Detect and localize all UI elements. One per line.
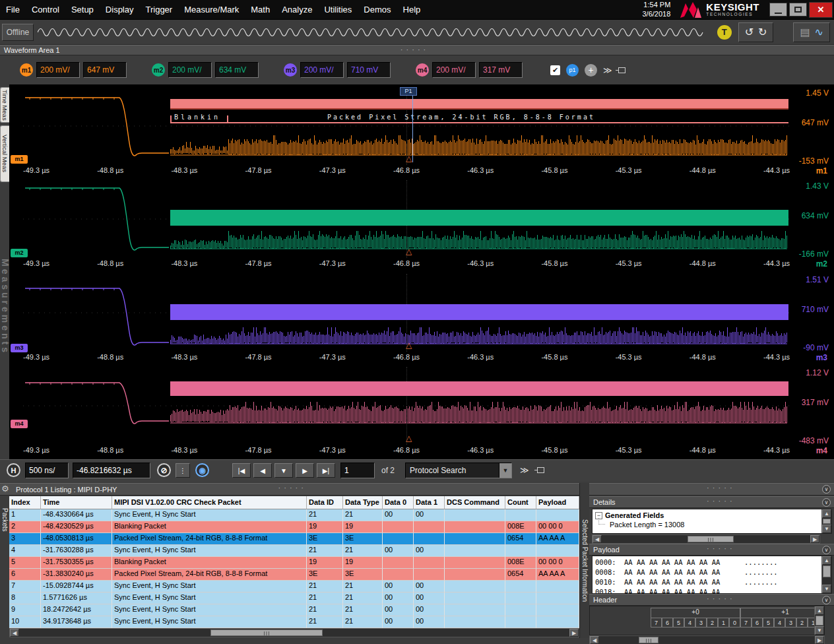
menu-help[interactable]: Help — [397, 5, 427, 15]
drag-handle[interactable]: · · · · · — [401, 46, 427, 53]
ground-marker-m4[interactable]: m4 — [11, 420, 28, 428]
scrollbar-thumb[interactable] — [688, 536, 734, 542]
undo-icon[interactable]: ↺ — [745, 26, 754, 38]
next-event-button[interactable]: ▶ — [296, 463, 314, 478]
event-index-input[interactable]: 1 — [340, 463, 375, 478]
drag-handle[interactable]: · · · · · — [707, 544, 733, 552]
drag-handle[interactable]: · · · · · — [707, 484, 733, 492]
packet-row[interactable]: 1-48.4330664 µsSync Event, H Sync Start2… — [9, 509, 579, 521]
gear-icon[interactable]: ⚙ — [1, 484, 9, 494]
packet-row[interactable]: 1034.9173648 µsSync Event, H Sync Start2… — [9, 616, 579, 628]
first-event-button[interactable]: |◀ — [232, 463, 251, 478]
scroll-down-icon[interactable]: ▼ — [822, 585, 831, 593]
dropdown-arrow-icon[interactable]: ▼ — [499, 463, 511, 478]
header-vertical-scrollbar[interactable]: ▲ ▼ — [814, 606, 824, 635]
h-position-input[interactable]: -46.8216632 µs — [73, 463, 150, 478]
packet-row[interactable]: 3-48.0530813 µsPacked Pixel Stream, 24-b… — [9, 533, 579, 545]
scroll-right-icon[interactable]: ▶ — [569, 629, 579, 637]
prev-event-button[interactable]: ◀ — [253, 463, 272, 478]
packet-row[interactable]: 81.5771626 µsSync Event, H Sync Start212… — [9, 593, 579, 604]
tab-time-meas[interactable]: Time Meas — [0, 87, 9, 123]
channel-badge-m2[interactable]: m2 — [152, 63, 165, 77]
packet-row[interactable]: 5-31.7530355 µsBlanking Packet1919008E00… — [9, 557, 579, 569]
scrollbar-track[interactable] — [19, 629, 569, 637]
h-scale-input[interactable]: 500 ns/ — [25, 463, 69, 478]
packet-row[interactable]: 4-31.7630288 µsSync Event, H Sync Start2… — [9, 545, 579, 557]
scroll-left-icon[interactable]: ◀ — [590, 636, 599, 644]
column-header-mipi-dsi-v1-02-00-crc-check-packet[interactable]: MIPI DSI V1.02.00 CRC Check Packet — [112, 496, 307, 509]
scrollbar-thumb[interactable] — [210, 629, 323, 636]
header-horizontal-scrollbar[interactable]: ◀ ▶ — [589, 635, 825, 644]
collapse-icon[interactable]: ∨ — [822, 546, 831, 554]
waveform-tool-icon[interactable]: ∿ — [815, 26, 823, 38]
details-horizontal-scrollbar[interactable]: ◀ ▶ — [592, 534, 820, 544]
channel-badge-m1[interactable]: m1 — [20, 63, 33, 77]
channel-badge-m3[interactable]: m3 — [284, 63, 297, 77]
column-header-data-0[interactable]: Data 0 — [383, 496, 414, 509]
payload-vertical-scrollbar[interactable]: ▲ ▼ — [821, 556, 831, 593]
scrollbar-thumb[interactable] — [823, 565, 831, 577]
packet-row[interactable]: 6-31.3830240 µsPacked Pixel Stream, 24-b… — [9, 569, 579, 581]
drag-handle[interactable]: · · · · · — [278, 484, 304, 492]
menu-control[interactable]: Control — [26, 5, 65, 15]
stop-button[interactable]: ▼ — [274, 463, 293, 478]
menu-measure-mark[interactable]: Measure/Mark — [178, 5, 245, 15]
collapse-icon[interactable]: ∨ — [822, 596, 831, 604]
scrollbar-track[interactable] — [602, 535, 810, 543]
display-checkbox[interactable]: ✔ — [550, 65, 560, 75]
offline-button[interactable]: Offline — [2, 24, 34, 41]
scroll-left-icon[interactable]: ◀ — [593, 535, 602, 543]
column-header-time[interactable]: Time — [41, 496, 112, 509]
zoom-reset-button[interactable]: ⊘ — [157, 463, 171, 477]
column-header-index[interactable]: Index — [9, 496, 41, 509]
channel-offset-input-m1[interactable]: 647 mV — [83, 62, 127, 78]
more-options-icon[interactable]: ≫ — [603, 65, 612, 75]
channel-scale-input-m1[interactable]: 200 mV/ — [36, 62, 80, 78]
cursor-dots-button[interactable]: ⋮ — [176, 463, 190, 478]
channel-scale-input-m3[interactable]: 200 mV/ — [300, 62, 344, 78]
menu-math[interactable]: Math — [245, 5, 276, 15]
table-horizontal-scrollbar[interactable]: ◀ ▶ — [9, 628, 579, 637]
scroll-up-icon[interactable]: ▲ — [822, 556, 831, 565]
tab-vertical-meas[interactable]: Vertical Meas — [0, 125, 9, 182]
menu-setup[interactable]: Setup — [65, 5, 100, 15]
scrollbar-thumb[interactable] — [823, 519, 831, 524]
channel-offset-input-m4[interactable]: 317 mV — [479, 62, 523, 78]
scroll-right-icon[interactable]: ▶ — [810, 535, 819, 543]
details-vertical-scrollbar[interactable]: ▲ ▼ — [821, 509, 831, 533]
close-button[interactable]: ✕ — [809, 2, 833, 18]
more-search-options-icon[interactable]: ≫ — [520, 465, 529, 475]
collapse-icon[interactable]: ∨ — [822, 485, 831, 494]
search-zoom-button[interactable]: ◉ — [195, 463, 209, 477]
ground-marker-m1[interactable]: m1 — [11, 155, 28, 164]
channel-scale-input-m2[interactable]: 200 mV/ — [168, 62, 212, 78]
scrollbar-thumb[interactable] — [639, 637, 658, 643]
pin-icon[interactable] — [618, 67, 626, 73]
menu-utilities[interactable]: Utilities — [318, 5, 358, 15]
scrollbar-thumb[interactable] — [816, 616, 823, 626]
ground-marker-m3[interactable]: m3 — [11, 344, 28, 352]
cursor-marker-triangle[interactable]: △ — [406, 340, 412, 350]
probe-p1-badge[interactable]: p1 — [566, 64, 579, 77]
column-header-count[interactable]: Count — [505, 496, 536, 509]
protocol-search-select[interactable]: Protocol Search ▼ — [405, 463, 512, 478]
scroll-up-icon[interactable]: ▲ — [815, 606, 824, 615]
redo-icon[interactable]: ↻ — [758, 26, 767, 38]
annotation-icon[interactable]: ▤ — [800, 26, 810, 38]
cursor-marker-triangle[interactable]: △ — [406, 434, 412, 443]
maximize-button[interactable] — [789, 3, 807, 16]
menu-analyze[interactable]: Analyze — [276, 5, 318, 15]
menu-demos[interactable]: Demos — [358, 5, 397, 15]
ground-marker-m2[interactable]: m2 — [11, 249, 28, 257]
last-event-button[interactable]: ▶| — [317, 463, 335, 478]
tab-packets[interactable]: Packets — [0, 499, 9, 541]
scrollbar-track[interactable] — [599, 636, 815, 644]
scroll-left-icon[interactable]: ◀ — [10, 629, 19, 637]
selected-packet-info-strip[interactable]: Selected Packet Information — [579, 483, 589, 638]
column-header-data-1[interactable]: Data 1 — [414, 496, 445, 509]
packet-row[interactable]: 7-15.0928744 µsSync Event, H Sync Start2… — [9, 581, 579, 593]
scroll-right-icon[interactable]: ▶ — [815, 636, 824, 644]
column-header-data-id[interactable]: Data ID — [307, 496, 343, 509]
packet-row[interactable]: 918.2472642 µsSync Event, H Sync Start21… — [9, 604, 579, 616]
column-header-payload[interactable]: Payload — [536, 496, 579, 509]
